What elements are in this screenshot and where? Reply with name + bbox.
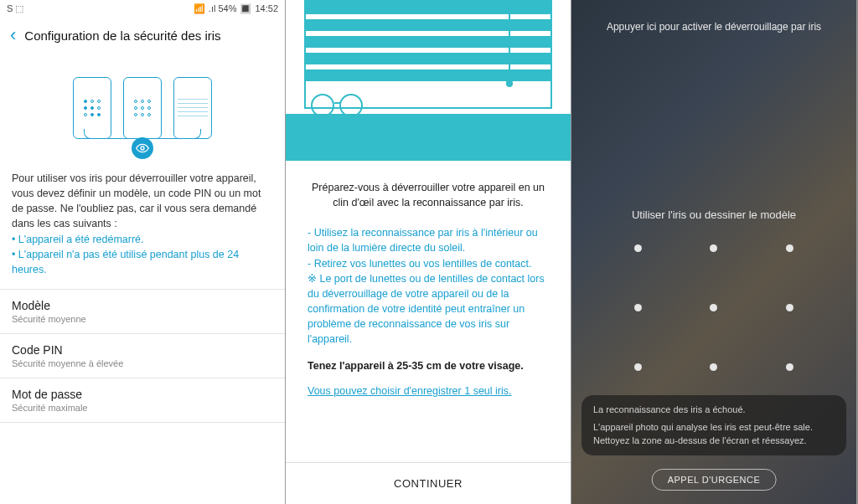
instruction-body: Préparez-vous à déverrouiller votre appa… (286, 163, 571, 462)
eye-icon (132, 137, 153, 159)
option-password[interactable]: Mot de passe Sécurité maximale (0, 378, 285, 423)
pattern-dot[interactable] (710, 244, 717, 252)
option-subtitle: Sécurité moyenne (12, 314, 273, 324)
option-title: Modèle (12, 299, 273, 312)
info-highlight-1: • L'appareil a été redémarré. (12, 234, 144, 245)
iris-failure-toast: La reconnaissance des iris a échoué. L'a… (581, 395, 846, 455)
pattern-dot[interactable] (786, 363, 793, 371)
status-bar: S ⬚ 📶 .ıl 54% 🔳 14:52 (0, 0, 285, 17)
info-text: Pour utiliser vos iris pour déverrouille… (0, 162, 285, 289)
info-intro: Pour utiliser vos iris pour déverrouille… (12, 172, 261, 229)
screen-lockscreen: Appuyer ici pour activer le déverrouilla… (571, 0, 857, 504)
option-title: Mot de passe (12, 388, 273, 401)
battery-text: .ıl 54% (209, 3, 237, 13)
option-subtitle: Sécurité maximale (12, 403, 273, 413)
option-pattern[interactable]: Modèle Sécurité moyenne (0, 290, 285, 334)
tip-2: - Retirez vos lunettes ou vos lentilles … (308, 256, 549, 271)
info-highlight-2: • L'appareil n'a pas été utilisé pendant… (12, 249, 239, 275)
back-icon[interactable]: ‹ (10, 24, 16, 46)
iris-activate-prompt[interactable]: Appuyer ici pour activer le déverrouilla… (571, 0, 856, 41)
pattern-dot[interactable] (710, 304, 717, 311)
pattern-dot[interactable] (710, 363, 717, 371)
pattern-input[interactable] (626, 244, 802, 371)
signal-icon: 📶 (194, 3, 205, 14)
screen-iris-security-config: S ⬚ 📶 .ıl 54% 🔳 14:52 ‹ Configuration de… (0, 0, 286, 504)
security-illustration (0, 54, 285, 162)
glasses-icon (308, 94, 383, 119)
option-title: Code PIN (12, 343, 273, 357)
option-subtitle: Sécurité moyenne à élevée (12, 358, 273, 368)
hold-distance-text: Tenez l'appareil à 25-35 cm de votre vis… (308, 358, 549, 373)
single-iris-link[interactable]: Vous pouvez choisir d'enregistrer 1 seul… (308, 383, 549, 399)
tips-block: - Utilisez la reconnaissance par iris à … (308, 225, 549, 347)
unlock-prompt: Utiliser l'iris ou dessiner le modèle (571, 208, 856, 221)
blinds-illustration (286, 0, 571, 163)
security-options-list: Modèle Sécurité moyenne Code PIN Sécurit… (0, 289, 285, 423)
toast-body: L'appareil photo qui analyse les iris es… (593, 421, 835, 447)
page-header: ‹ Configuration de la sécurité des iris (0, 17, 285, 54)
tip-3: ※ Le port de lunettes ou de lentilles de… (308, 271, 549, 347)
clock: 🔳 (240, 3, 251, 14)
pattern-dot[interactable] (634, 363, 642, 371)
status-time: 14:52 (255, 3, 278, 13)
pattern-dot[interactable] (786, 244, 793, 252)
screen-iris-instructions: Préparez-vous à déverrouiller votre appa… (286, 0, 571, 504)
pattern-dot[interactable] (786, 304, 793, 311)
svg-point-0 (141, 147, 144, 150)
statusbar-left: S ⬚ (7, 3, 23, 14)
continue-button[interactable]: CONTINUER (286, 462, 571, 504)
intro-text: Préparez-vous à déverrouiller votre appa… (308, 180, 549, 210)
pattern-dot[interactable] (634, 244, 642, 252)
toast-title: La reconnaissance des iris a échoué. (593, 404, 835, 416)
tip-1: - Utilisez la reconnaissance par iris à … (308, 225, 549, 255)
option-pin[interactable]: Code PIN Sécurité moyenne à élevée (0, 334, 285, 378)
statusbar-right: 📶 .ıl 54% 🔳 14:52 (194, 3, 278, 14)
pattern-dot[interactable] (634, 304, 642, 311)
emergency-call-button[interactable]: APPEL D'URGENCE (652, 469, 777, 491)
page-title: Configuration de la sécurité des iris (24, 28, 220, 43)
